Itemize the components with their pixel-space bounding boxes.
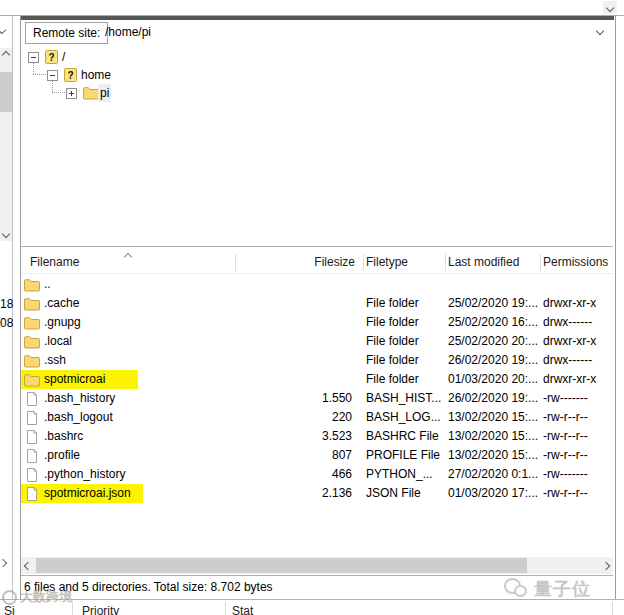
folder-icon xyxy=(24,354,40,368)
modified-cell: 27/02/2020 0:1... xyxy=(448,465,538,484)
permissions-cell: -rw------- xyxy=(543,465,588,484)
scrollbar-thumb[interactable] xyxy=(36,558,527,573)
modified-cell: 13/02/2020 15:... xyxy=(448,446,538,465)
permissions-cell: drwxr-xr-x xyxy=(543,370,596,389)
filename-cell: .bashrc xyxy=(44,427,83,446)
sort-ascending-icon xyxy=(124,253,132,261)
folder-icon xyxy=(83,86,99,100)
filezilla-remote-pane: 18 08 Remote site: /home/pi ?/?homepi Fi… xyxy=(0,0,624,615)
permissions-cell: drwx------ xyxy=(543,351,592,370)
tree-item-label: pi xyxy=(98,84,111,102)
filename-cell: spotmicroai xyxy=(44,370,105,389)
filename-cell: .local xyxy=(44,332,72,351)
scroll-up-button[interactable] xyxy=(0,48,12,62)
local-site-dropdown-chevron-icon[interactable] xyxy=(0,26,6,34)
modified-cell: 13/02/2020 15:... xyxy=(448,427,538,446)
local-scroll-right-icon[interactable] xyxy=(0,559,7,567)
file-row[interactable]: spotmicroaiFile folder01/03/2020 20:...d… xyxy=(21,370,613,389)
file-row[interactable]: .localFile folder25/02/2020 20:...drwxr-… xyxy=(21,332,613,351)
file-icon xyxy=(24,449,40,463)
permissions-cell: drwxr-xr-x xyxy=(543,332,596,351)
filetype-cell: PROFILE File xyxy=(366,446,440,465)
local-tree-vertical-scrollbar[interactable] xyxy=(0,48,12,241)
watermark-text: 大数跨境 xyxy=(20,588,72,606)
column-header-filename[interactable]: Filename xyxy=(30,252,79,273)
expand-icon[interactable] xyxy=(66,88,77,99)
column-separator[interactable] xyxy=(540,254,541,271)
message-log-edge xyxy=(0,0,624,16)
filetype-cell: File folder xyxy=(366,332,419,351)
question-folder-icon: ? xyxy=(45,50,61,64)
modified-cell: 25/02/2020 20:... xyxy=(448,332,538,351)
column-header-permissions[interactable]: Permissions xyxy=(543,252,608,273)
filesize-cell: 3.523 xyxy=(215,427,352,446)
column-separator xyxy=(72,602,73,615)
filetype-cell: JSON File xyxy=(366,484,421,503)
scroll-left-button[interactable] xyxy=(21,558,34,573)
filename-cell: .bash_logout xyxy=(44,408,113,427)
local-filesize-fragment: 18 xyxy=(0,295,11,314)
filetype-cell: BASH_LOG... xyxy=(366,408,441,427)
modified-cell: 01/03/2020 17:... xyxy=(448,484,538,503)
filetype-cell: File folder xyxy=(366,351,419,370)
watermark-logo-icon xyxy=(2,590,17,605)
filename-cell: .ssh xyxy=(44,351,66,370)
file-row[interactable]: .. xyxy=(21,275,613,294)
scroll-down-button[interactable] xyxy=(603,1,617,14)
permissions-cell: -rw-r--r-- xyxy=(543,446,588,465)
file-row[interactable]: .bashrc3.523BASHRC File13/02/2020 15:...… xyxy=(21,427,613,446)
scrollbar-thumb[interactable] xyxy=(0,72,12,112)
file-row[interactable]: .bash_logout220BASH_LOG...13/02/2020 15:… xyxy=(21,408,613,427)
file-row[interactable]: .cacheFile folder25/02/2020 19:...drwxr-… xyxy=(21,294,613,313)
file-row[interactable]: spotmicroai.json2.136JSON File01/03/2020… xyxy=(21,484,613,503)
column-header-modified[interactable]: Last modified xyxy=(448,252,519,273)
filetype-cell: BASH_HIST... xyxy=(366,389,441,408)
remote-file-list: Filename Filesize Filetype Last modified… xyxy=(21,252,613,574)
watermark-bottom-left: 大数跨境 xyxy=(2,588,72,606)
file-icon xyxy=(24,430,40,444)
modified-cell: 26/02/2020 19:... xyxy=(448,389,538,408)
file-list-horizontal-scrollbar[interactable] xyxy=(21,557,613,574)
file-row[interactable]: .sshFile folder26/02/2020 19:...drwx----… xyxy=(21,351,613,370)
collapse-icon[interactable] xyxy=(47,70,58,81)
filesize-cell: 807 xyxy=(215,446,352,465)
file-row[interactable]: .python_history466PYTHON_...27/02/2020 0… xyxy=(21,465,613,484)
watermark-text: 量子位 xyxy=(534,577,591,601)
filetype-cell: File folder xyxy=(366,313,419,332)
folder-icon xyxy=(24,278,40,292)
tree-item-root[interactable]: ?/ xyxy=(21,48,613,66)
column-header-filetype[interactable]: Filetype xyxy=(366,252,408,273)
collapse-icon[interactable] xyxy=(28,52,39,63)
file-row[interactable]: .gnupgFile folder25/02/2020 16:...drwx--… xyxy=(21,313,613,332)
filetype-cell: BASHRC File xyxy=(366,427,439,446)
remote-site-dropdown-chevron-icon[interactable] xyxy=(596,27,604,35)
filesize-cell: 1.550 xyxy=(215,389,352,408)
remote-site-label: Remote site: xyxy=(25,22,108,44)
column-separator[interactable] xyxy=(363,254,364,271)
filename-cell: .bash_history xyxy=(44,389,115,408)
modified-cell: 25/02/2020 19:... xyxy=(448,294,538,313)
scroll-down-button[interactable] xyxy=(0,227,12,241)
scroll-right-button[interactable] xyxy=(599,558,612,573)
remote-site-combobox[interactable]: /home/pi xyxy=(105,22,151,42)
file-icon xyxy=(24,487,40,501)
filesize-cell: 466 xyxy=(215,465,352,484)
file-row[interactable]: .profile807PROFILE File13/02/2020 15:...… xyxy=(21,446,613,465)
tree-item-label: / xyxy=(60,48,67,66)
local-filesize-fragment: 08 xyxy=(0,314,11,333)
tree-item-pi[interactable]: pi xyxy=(21,84,613,102)
queue-column-status[interactable]: Stat xyxy=(232,603,253,615)
filesize-cell: 2.136 xyxy=(215,484,352,503)
column-separator[interactable] xyxy=(235,254,236,271)
file-row[interactable]: .bash_history1.550BASH_HIST...26/02/2020… xyxy=(21,389,613,408)
column-header-filesize[interactable]: Filesize xyxy=(235,252,363,273)
file-icon xyxy=(24,411,40,425)
filename-cell: .python_history xyxy=(44,465,125,484)
tree-item-label: home xyxy=(79,66,113,84)
permissions-cell: -rw-r--r-- xyxy=(543,484,588,503)
file-list-header: Filename Filesize Filetype Last modified… xyxy=(21,252,613,274)
queue-column-priority[interactable]: Priority xyxy=(82,603,119,615)
tree-item-home[interactable]: ?home xyxy=(21,66,613,84)
column-separator[interactable] xyxy=(445,254,446,271)
question-folder-icon: ? xyxy=(64,68,80,82)
